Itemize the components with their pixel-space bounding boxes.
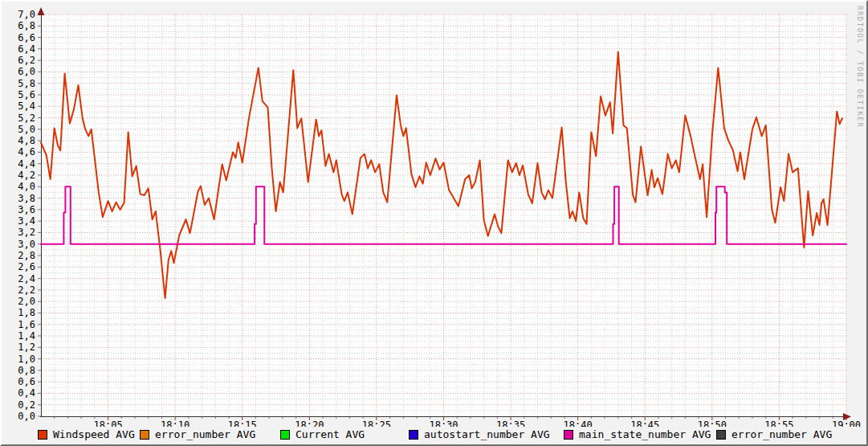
y-tick-label: 2,8: [18, 250, 35, 261]
y-tick-label: 3,2: [18, 227, 35, 238]
y-tick-label: 5,0: [18, 124, 35, 135]
x-tick-label: 18:30: [429, 419, 458, 427]
x-tick-label: 18:20: [295, 419, 324, 427]
y-tick-label: 2,0: [18, 296, 35, 307]
y-tick-label: 6,2: [18, 55, 35, 66]
y-tick-label: 3,8: [18, 193, 35, 204]
y-tick-label: 3,0: [18, 239, 35, 250]
x-tick-label: 18:15: [228, 419, 257, 427]
x-tick-label: 18:45: [630, 419, 659, 427]
y-tick-label: 4,6: [18, 146, 35, 158]
plot-area: 0,00,20,40,60,81,01,21,41,61,82,02,22,42…: [2, 2, 868, 427]
y-tick-label: 6,0: [18, 66, 35, 77]
y-tick-label: 0,6: [18, 376, 35, 387]
y-tick-label: 2,2: [18, 284, 35, 296]
x-tick-label: 19:00: [832, 419, 861, 427]
legend-item: error_number AVG: [716, 428, 832, 440]
y-tick-label: 5,8: [18, 78, 35, 89]
legend: Windspeed AVGerror_number AVGCurrent AVG…: [2, 427, 866, 444]
legend-item: Current AVG: [280, 428, 365, 440]
x-tick-label: 18:35: [496, 419, 525, 427]
legend-item: autostart_number AVG: [409, 428, 550, 440]
y-tick-label: 3,6: [18, 204, 35, 215]
y-tick-label: 4,4: [18, 158, 35, 170]
y-tick-label: 1,6: [18, 319, 35, 330]
legend-swatch-icon: [280, 430, 290, 440]
y-tick-label: 6,8: [18, 20, 35, 31]
legend-label: error_number AVG: [155, 428, 255, 440]
x-tick-label: 18:05: [94, 419, 123, 427]
y-tick-label: 4,2: [18, 170, 35, 181]
y-tick-label: 5,2: [18, 113, 35, 124]
x-tick-label: 18:40: [564, 419, 593, 427]
watermark: RRDTOOL / TOBI OETIKER: [856, 6, 864, 128]
legend-label: Current AVG: [295, 428, 365, 440]
y-tick-label: 4,8: [18, 135, 35, 146]
y-tick-label: 1,2: [18, 342, 35, 353]
legend-label: autostart_number AVG: [424, 428, 550, 440]
y-axis-arrow-icon: [38, 7, 45, 15]
y-tick-label: 1,4: [18, 330, 35, 342]
y-tick-label: 7,0: [18, 9, 35, 20]
legend-item: main_state_number AVG: [564, 428, 711, 440]
x-tick-label: 18:55: [764, 419, 793, 427]
y-tick-label: 0,4: [18, 387, 35, 399]
legend-swatch-icon: [716, 430, 726, 440]
rrdtool-graph-image: 0,00,20,40,60,81,01,21,41,61,82,02,22,42…: [0, 0, 868, 446]
y-tick-label: 6,6: [18, 32, 35, 43]
x-tick-label: 18:25: [362, 419, 391, 427]
x-tick-label: 18:10: [161, 419, 189, 427]
y-tick-label: 4,0: [18, 181, 35, 192]
y-tick-label: 3,4: [18, 215, 35, 227]
legend-swatch-icon: [564, 430, 573, 440]
legend-label: error_number AVG: [731, 428, 832, 440]
legend-swatch-icon: [409, 430, 418, 440]
legend-label: Windspeed AVG: [53, 428, 135, 440]
x-tick-label: 18:50: [698, 419, 727, 427]
legend-item: Windspeed AVG: [38, 428, 135, 440]
y-tick-label: 0,8: [18, 365, 35, 376]
legend-item: error_number AVG: [140, 428, 255, 440]
y-tick-label: 1,0: [18, 354, 35, 365]
y-tick-label: 2,4: [18, 273, 35, 284]
y-tick-label: 5,4: [18, 100, 35, 112]
legend-label: main_state_number AVG: [579, 428, 711, 440]
y-tick-label: 1,8: [18, 307, 35, 318]
y-tick-label: 6,4: [18, 43, 35, 55]
y-tick-label: 0,0: [18, 411, 35, 422]
legend-swatch-icon: [140, 430, 149, 440]
legend-swatch-icon: [38, 430, 47, 440]
y-tick-label: 5,6: [18, 89, 35, 100]
y-tick-label: 2,6: [18, 261, 35, 272]
y-tick-label: 0,2: [18, 399, 35, 411]
